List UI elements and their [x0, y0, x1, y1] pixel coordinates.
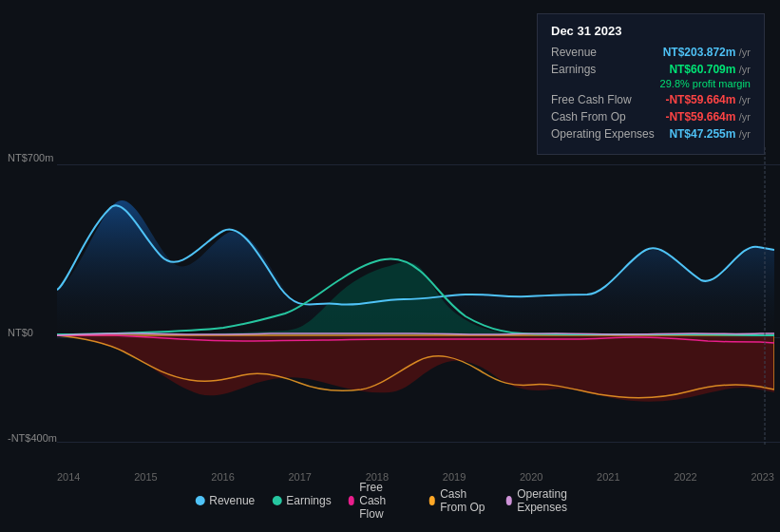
chart-legend: Revenue Earnings Free Cash Flow Cash Fro… [195, 481, 585, 521]
legend-label-earnings: Earnings [286, 494, 331, 507]
tooltip-row-earnings: Earnings NT$60.709m /yr [551, 63, 751, 76]
y-label-top: NT$700m [8, 152, 53, 163]
legend-dot-earnings [272, 496, 281, 505]
tooltip-label-revenue: Revenue [551, 46, 597, 59]
legend-label-fcf: Free Cash Flow [359, 481, 411, 521]
tooltip-title: Dec 31 2023 [551, 24, 751, 38]
legend-item-opex: Operating Expenses [506, 487, 585, 514]
tooltip-value-earnings: NT$60.709m /yr [669, 63, 751, 76]
tooltip-card: Dec 31 2023 Revenue NT$203.872m /yr Earn… [537, 13, 765, 155]
tooltip-row-opex: Operating Expenses NT$47.255m /yr [551, 127, 751, 141]
x-label-2022: 2022 [674, 471, 696, 483]
legend-item-revenue: Revenue [195, 494, 255, 507]
legend-dot-opex [506, 496, 513, 505]
tooltip-value-opex: NT$47.255m /yr [669, 127, 751, 141]
y-label-bot: -NT$400m [8, 432, 57, 444]
tooltip-value-cashop: -NT$59.664m /yr [665, 110, 751, 124]
tooltip-label-cashop: Cash From Op [551, 110, 626, 124]
tooltip-value-revenue: NT$203.872m /yr [663, 46, 751, 59]
tooltip-row-cashop: Cash From Op -NT$59.664m /yr [551, 110, 751, 124]
tooltip-row-fcf: Free Cash Flow -NT$59.664m /yr [551, 93, 751, 106]
tooltip-label-opex: Operating Expenses [551, 127, 655, 141]
legend-item-cashop: Cash From Op [429, 487, 489, 514]
main-chart [57, 147, 774, 446]
legend-label-opex: Operating Expenses [517, 487, 585, 514]
x-label-2014: 2014 [57, 471, 80, 483]
tooltip-label-earnings: Earnings [551, 63, 596, 76]
tooltip-row-revenue: Revenue NT$203.872m /yr [551, 46, 751, 59]
y-label-mid: NT$0 [8, 327, 33, 338]
x-label-2021: 2021 [597, 471, 619, 483]
legend-dot-cashop [429, 496, 436, 505]
tooltip-value-fcf: -NT$59.664m /yr [665, 93, 751, 106]
legend-dot-revenue [195, 496, 204, 505]
legend-label-revenue: Revenue [209, 494, 255, 507]
x-label-2015: 2015 [134, 471, 157, 483]
legend-item-fcf: Free Cash Flow [349, 481, 412, 521]
x-label-2023: 2023 [751, 471, 773, 483]
legend-item-earnings: Earnings [272, 494, 331, 507]
profit-margin: 29.8% profit margin [551, 78, 751, 89]
legend-dot-fcf [349, 496, 355, 505]
legend-label-cashop: Cash From Op [440, 487, 488, 514]
tooltip-label-fcf: Free Cash Flow [551, 93, 632, 106]
